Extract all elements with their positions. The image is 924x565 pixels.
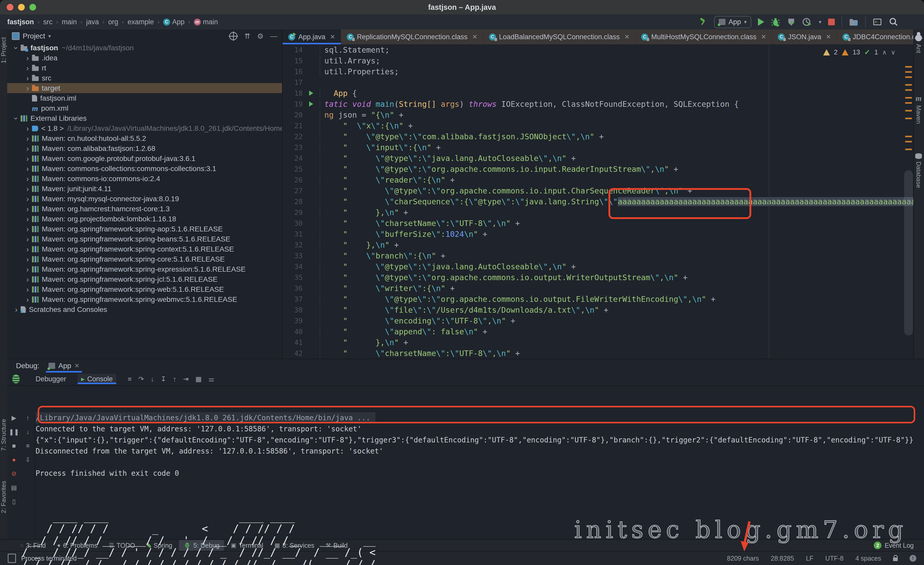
tree-item[interactable]: ›Maven: org.springframework:spring-conte… [7,244,282,254]
code-line[interactable]: 40 " \"append\": false\n" + [283,326,914,337]
code-line[interactable]: 24 " \"@type\":\"java.lang.AutoCloseable… [283,153,914,164]
code-line[interactable]: 32 " },\n" + [283,239,914,250]
tree-item[interactable]: ›External Libraries [7,113,282,123]
tree-item[interactable]: ›Maven: org.springframework:spring-jcl:5… [7,274,282,284]
breadcrumb-item[interactable]: org [107,18,119,26]
tree-item[interactable]: ›rt [7,63,282,73]
code-line[interactable]: 21 " \"x\":{\n" + [283,120,914,131]
collapse-all-icon[interactable]: ⇈ [244,32,250,41]
run-line-icon[interactable] [309,90,313,96]
tree-item[interactable]: ›Maven: org.springframework:spring-webmv… [7,295,282,304]
run-button[interactable] [758,18,764,26]
breadcrumb-item[interactable]: main [61,18,78,26]
tree-arrow-icon[interactable]: › [23,124,32,133]
tree-arrow-icon[interactable]: › [23,225,32,233]
panel-settings-icon[interactable]: ⚙ [257,32,264,41]
tree-item[interactable]: ›.idea [7,53,282,63]
tree-item[interactable]: ›Maven: com.google.protobuf:protobuf-jav… [7,153,282,164]
terminal-tool-icon[interactable] [872,18,882,26]
code-line[interactable]: 22 " \"@type\":\"com.alibaba.fastjson.JS… [283,131,914,142]
stripe-project-tab[interactable]: 1: Project [0,37,7,63]
indent-setting[interactable]: 4 spaces [855,554,881,562]
tree-arrow-icon[interactable]: › [23,64,32,72]
breadcrumb-item[interactable]: java [85,18,100,26]
tree-arrow-icon[interactable]: › [23,154,32,163]
code-line[interactable]: 41 " },\n" + [283,337,914,348]
run-to-cursor-icon[interactable]: ⇥ [183,375,189,383]
print-icon[interactable]: ▤ [11,484,17,491]
console-settings-icon[interactable]: ≡ [26,442,30,449]
run-with-coverage-button[interactable] [787,17,796,27]
char-count[interactable]: 8209 chars [727,554,759,562]
code-line[interactable]: 14sql.Statement; [283,44,914,55]
step-out-icon[interactable]: ↑ [173,375,176,383]
code-line[interactable]: 33 " \"branch\":{\n" + [283,250,914,261]
tree-arrow-icon[interactable]: › [23,215,32,224]
breadcrumb-item[interactable]: src [42,18,54,26]
tree-arrow-icon[interactable]: › [23,164,32,173]
tree-item[interactable]: ›target [7,83,282,93]
code-line[interactable]: 30 " \"charsetName\":\"UTF-8\",\n" + [283,218,914,228]
tree-arrow-icon[interactable]: › [23,245,32,254]
tree-item[interactable]: ›Scratches and Consoles [7,304,282,314]
tree-item[interactable]: ›Maven: commons-io:commons-io:2.4 [7,174,282,184]
tree-item[interactable]: ›Maven: org.hamcrest:hamcrest-core:1.3 [7,204,282,214]
tree-item[interactable]: ›Maven: junit:junit:4.11 [7,184,282,194]
step-into-icon[interactable]: ↓ [151,375,154,383]
code-line[interactable]: 23 " \"input\":{\n" + [283,142,914,153]
inspections-widget[interactable]: 2 13 ✓ 1 ∧ ∨ [823,48,896,57]
file-encoding[interactable]: UTF-8 [825,554,844,562]
code-line[interactable]: 31 " \"bufferSize\":1024\n" + [283,228,914,239]
tree-item[interactable]: ›Maven: org.springframework:spring-beans… [7,234,282,244]
tree-arrow-icon[interactable]: › [23,74,32,83]
stripe-ant-tab[interactable]: Ant [915,35,922,53]
mute-breakpoints-icon[interactable]: ⊘ [11,470,16,477]
project-structure-icon[interactable] [849,18,858,26]
tree-arrow-icon[interactable]: › [23,134,32,143]
view-breakpoints-icon[interactable]: ● [12,456,16,463]
search-everywhere-icon[interactable] [889,17,898,27]
step-over-icon[interactable]: ↷ [138,375,144,383]
tree-arrow-icon[interactable]: › [23,84,32,93]
code-line[interactable]: 34 " \"@type\":\"java.lang.AutoCloseable… [283,261,914,272]
tab-console[interactable]: ▸Console [78,374,117,384]
layout-settings-icon[interactable]: ⚌ [208,375,214,383]
tree-item[interactable]: mpom.xml [7,103,282,113]
tree-item[interactable]: ›fastjson~/d4m1ts/java/fastjson [7,43,282,53]
tree-arrow-icon[interactable]: › [23,295,32,304]
tree-item[interactable]: ›Maven: cn.hutool:hutool-all:5.5.2 [7,134,282,143]
pause-icon[interactable]: ❚❚ [9,428,19,436]
tree-item[interactable]: fastjson.iml [7,93,282,103]
next-issue-icon[interactable]: ∨ [891,49,896,56]
editor-tab[interactable]: CJDBC4Connection.class✕ [837,29,914,44]
toolwindow-toggle-icon[interactable] [8,554,16,563]
scrollbar-thumb[interactable] [904,170,913,335]
event-log[interactable]: 2Event Log [874,541,914,549]
code-line[interactable]: 36 " \"writer\":{\n" + [283,283,914,294]
debug-button[interactable] [771,17,780,27]
tree-arrow-icon[interactable]: › [23,265,32,274]
toolwindow-button-todo[interactable]: ☰TODO [104,541,140,550]
editor-tab[interactable]: CApp.java✕ [283,29,341,44]
stripe-database-tab[interactable]: Database [915,153,922,188]
close-icon[interactable]: ✕ [761,33,766,41]
close-icon[interactable]: ✕ [624,33,630,41]
code-line[interactable]: 27 " \"@type\":\"org.apache.commons.io.i… [283,185,914,196]
caret-position[interactable]: 28:8285 [771,554,794,562]
toolwindow-button-search[interactable]: ◌3: Find [15,541,51,550]
evaluate-expression-icon[interactable]: ▦ [195,375,202,383]
soft-wrap-icon[interactable]: ≡ [128,375,132,383]
tree-item[interactable]: ›Maven: org.springframework:spring-core:… [7,254,282,264]
stop-icon[interactable]: ■ [12,442,16,449]
code-line[interactable]: 29 " },\n" + [283,207,914,218]
up-stack-icon[interactable]: ↑ [26,414,29,422]
tree-item[interactable]: ›Maven: mysql:mysql-connector-java:8.0.1… [7,194,282,204]
force-step-into-icon[interactable]: ↧ [160,375,166,383]
stripe-maven-tab[interactable]: m Maven [915,94,922,124]
breadcrumb-item[interactable]: example [127,18,155,26]
tree-arrow-icon[interactable]: › [23,285,32,294]
tree-item[interactable]: ›< 1.8 >/Library/Java/JavaVirtualMachine… [7,123,282,134]
editor-tab[interactable]: CMultiHostMySQLConnection.class✕ [636,29,772,44]
toolwindow-button-problems[interactable]: ●6: Problems [52,541,102,550]
close-icon[interactable]: ✕ [472,33,477,41]
